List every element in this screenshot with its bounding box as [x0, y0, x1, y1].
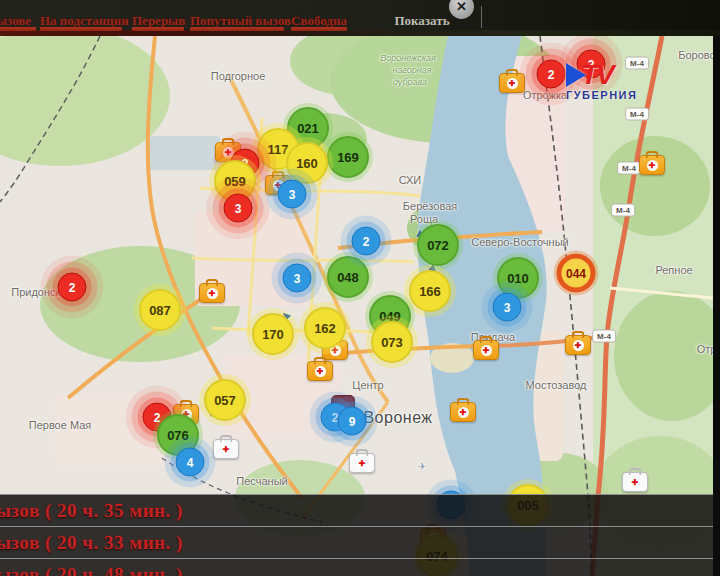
call-row[interactable]: ызов ( 20 ч. 33 мин. )	[0, 526, 720, 558]
first-aid-kit-icon[interactable]: ✚	[565, 335, 591, 355]
map-label: СХИ	[399, 174, 422, 186]
first-aid-kit-icon[interactable]: ✚	[349, 453, 375, 473]
map-label: нагорная	[392, 65, 431, 75]
map-label: Центр	[352, 379, 384, 391]
map-label: Северо-Восточный	[471, 236, 568, 248]
first-aid-kit-icon[interactable]: ✚	[213, 439, 239, 459]
medical-cross-icon: ✚	[207, 288, 218, 299]
brigade-marker[interactable]: 044	[557, 254, 596, 293]
broadcast-frame: ПодгорноеВоронежскаянагорнаядубраваБоров…	[0, 0, 720, 576]
call-row[interactable]: ызов ( 20 ч. 35 мин. )	[0, 494, 720, 526]
map-label: Репное	[655, 264, 692, 276]
map-label: Боровое	[678, 49, 713, 61]
call-list: ызов ( 20 ч. 35 мин. )ызов ( 20 ч. 33 ми…	[0, 494, 720, 576]
road-sign-m4: М-4	[617, 162, 641, 175]
first-aid-kit-icon[interactable]: ✚	[499, 73, 525, 93]
brigade-marker[interactable]: 073	[371, 321, 413, 363]
brigade-marker[interactable]: 9	[338, 407, 367, 436]
medical-cross-icon: ✚	[315, 366, 326, 377]
road-sign-m4: М-4	[592, 330, 616, 343]
brigade-marker[interactable]: 166	[409, 270, 451, 312]
map-label: Отрадное	[697, 343, 713, 355]
map-label: Отрожка	[523, 89, 567, 101]
tab-underline	[190, 27, 284, 31]
brigade-marker[interactable]: 3	[283, 264, 312, 293]
brigade-marker[interactable]: 3	[493, 293, 522, 322]
brigade-marker[interactable]: 3	[278, 180, 307, 209]
map-label: Песчаный	[236, 475, 287, 487]
map-label: Берёзовая	[403, 200, 457, 212]
brigade-marker[interactable]: 048	[327, 256, 369, 298]
map-label: Воронеж	[363, 409, 432, 427]
brigade-marker[interactable]: 169	[327, 136, 369, 178]
call-row-label: ызов ( 20 ч. 33 мин. )	[0, 532, 183, 554]
brigade-marker[interactable]: 087	[139, 289, 181, 331]
brigade-marker[interactable]: 162	[304, 307, 346, 349]
brigade-marker[interactable]: 2	[352, 227, 381, 256]
tab-underline	[291, 27, 347, 31]
medical-cross-icon: ✚	[507, 78, 518, 89]
medical-cross-icon: ✚	[647, 160, 658, 171]
show-button[interactable]: Показать	[393, 13, 451, 29]
map-label: Воронежская	[380, 53, 436, 63]
map-label: Подгорное	[211, 70, 266, 82]
map-label: Мостозавод	[526, 379, 587, 391]
brigade-marker[interactable]: 170	[252, 313, 294, 355]
logo-channel-name: ГУБЕРНИЯ	[566, 89, 637, 101]
toolbar-separator	[481, 6, 482, 28]
channel-logo: TV ГУБЕРНИЯ	[566, 62, 637, 101]
map-label: ✈	[418, 461, 426, 472]
first-aid-kit-icon[interactable]: ✚	[622, 472, 648, 492]
medical-cross-icon: ✚	[630, 477, 641, 488]
brigade-marker[interactable]: 4	[176, 448, 205, 477]
brigade-marker[interactable]: 2	[537, 60, 566, 89]
first-aid-kit-icon[interactable]: ✚	[450, 402, 476, 422]
first-aid-kit-icon[interactable]: ✚	[199, 283, 225, 303]
medical-cross-icon: ✚	[221, 444, 232, 455]
brigade-marker[interactable]: 3	[224, 194, 253, 223]
call-row[interactable]: ызов ( 20 ч. 48 мин. )	[0, 558, 720, 576]
medical-cross-icon: ✚	[357, 458, 368, 469]
medical-cross-icon: ✚	[573, 340, 584, 351]
first-aid-kit-icon[interactable]: ✚	[473, 340, 499, 360]
tab-underline	[0, 27, 36, 31]
map-label: дубрава	[393, 77, 427, 87]
right-edge-strip	[713, 30, 720, 576]
brigade-marker[interactable]: 072	[417, 224, 459, 266]
road-sign-m4: М-4	[625, 108, 649, 121]
brigade-marker[interactable]: 057	[204, 379, 246, 421]
tab-underline	[40, 27, 122, 31]
brigade-marker[interactable]: 160	[286, 142, 328, 184]
first-aid-kit-icon[interactable]: ✚	[639, 155, 665, 175]
road-sign-m4: М-4	[611, 204, 635, 217]
brigade-marker[interactable]: 2	[58, 273, 87, 302]
call-row-label: ызов ( 20 ч. 48 мин. )	[0, 564, 183, 576]
map-label: Роща	[410, 213, 438, 225]
map-label: Первое Мая	[29, 419, 92, 431]
tab-underline	[132, 27, 184, 31]
play-icon	[566, 63, 586, 87]
medical-cross-icon: ✚	[481, 345, 492, 356]
call-row-label: ызов ( 20 ч. 35 мин. )	[0, 500, 183, 522]
medical-cross-icon: ✚	[458, 407, 469, 418]
status-toolbar: ызовеНа подстанцииПерерывПопутный вызовС…	[0, 0, 720, 30]
first-aid-kit-icon[interactable]: ✚	[307, 361, 333, 381]
